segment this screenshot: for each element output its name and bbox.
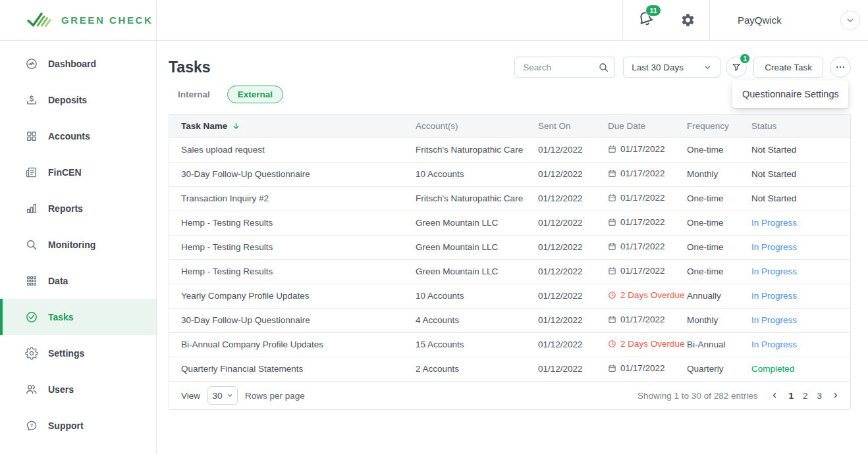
due-date: 01/17/2022 xyxy=(608,266,665,276)
gear-outline-icon xyxy=(25,347,38,360)
table-row[interactable]: Hemp - Testing ResultsGreen Mountain LLC… xyxy=(169,235,850,259)
table-row[interactable]: Yearly Company Profile Updates10 Account… xyxy=(169,284,850,308)
chevron-down-icon xyxy=(703,63,712,72)
page-number-1[interactable]: 1 xyxy=(788,391,794,401)
cell-sent-on: 01/12/2022 xyxy=(538,308,608,332)
cell-accounts: 10 Accounts xyxy=(416,162,538,186)
column-header-status[interactable]: Status xyxy=(751,114,850,138)
cell-status: In Progress xyxy=(751,211,850,235)
sidebar-item-fincen[interactable]: FinCEN xyxy=(0,154,156,190)
cell-accounts: Fritsch's Naturopathic Care xyxy=(416,138,538,162)
status-badge: In Progress xyxy=(751,218,797,228)
column-header-account-s-[interactable]: Account(s) xyxy=(416,114,538,138)
sidebar-item-support[interactable]: ?Support xyxy=(0,407,156,443)
date-range-select[interactable]: Last 30 Days xyxy=(623,57,720,78)
sidebar-item-label: FinCEN xyxy=(48,167,82,178)
calendar-icon xyxy=(608,242,616,251)
cell-due-date: 2 Days Overdue xyxy=(608,284,687,308)
cell-due-date: 2 Days Overdue xyxy=(608,332,687,357)
filter-count-badge: 1 xyxy=(740,53,750,64)
due-date: 01/17/2022 xyxy=(608,144,665,154)
create-task-button[interactable]: Create Task xyxy=(753,57,823,78)
sidebar-item-label: Deposits xyxy=(48,95,87,105)
next-page-button[interactable] xyxy=(832,391,840,399)
cell-due-date: 01/17/2022 xyxy=(608,186,687,211)
table-row[interactable]: Hemp - Testing ResultsGreen Mountain LLC… xyxy=(169,259,850,284)
page-number-3[interactable]: 3 xyxy=(817,391,822,401)
table-footer: View 30 Rows per page Showing 1 to 30 of… xyxy=(169,381,850,409)
table-row[interactable]: Transaction Inquiry #2Fritsch's Naturopa… xyxy=(169,186,850,211)
notifications-button[interactable]: 11 xyxy=(637,11,654,30)
status-badge: In Progress xyxy=(751,242,797,252)
gear-icon[interactable] xyxy=(680,13,695,28)
status-badge: In Progress xyxy=(751,266,797,276)
document-icon xyxy=(25,166,38,179)
sidebar-item-label: Dashboard xyxy=(48,59,96,69)
sidebar-item-monitoring[interactable]: Monitoring xyxy=(0,226,156,263)
cell-status: In Progress xyxy=(751,259,850,284)
sidebar-item-reports[interactable]: Reports xyxy=(0,190,156,226)
calendar-icon xyxy=(608,218,616,226)
cell-task-name: Hemp - Testing Results xyxy=(169,259,416,284)
cell-status: In Progress xyxy=(751,284,850,308)
page-title: Tasks xyxy=(169,59,211,76)
due-date-overdue: 2 Days Overdue xyxy=(608,339,685,349)
tab-external[interactable]: External xyxy=(227,86,283,103)
cell-due-date: 01/17/2022 xyxy=(608,357,687,381)
cell-status: In Progress xyxy=(751,308,850,332)
sidebar-item-users[interactable]: Users xyxy=(0,371,156,407)
table-row[interactable]: 30-Day Follow-Up Questionnaire4 Accounts… xyxy=(169,308,850,332)
funnel-icon xyxy=(731,62,742,73)
cell-accounts: Green Mountain LLC xyxy=(416,235,538,259)
table-header-row: Task NameAccount(s)Sent OnDue DateFreque… xyxy=(169,114,850,138)
due-date: 01/17/2022 xyxy=(608,315,665,324)
sidebar-nav: DashboardDepositsAccountsFinCENReportsMo… xyxy=(0,41,157,454)
table-row[interactable]: Hemp - Testing ResultsGreen Mountain LLC… xyxy=(169,211,850,235)
page-header: Tasks Last 30 Days 1 Create Task xyxy=(169,57,851,78)
account-name: PayQwick xyxy=(738,14,840,26)
sidebar-item-label: Reports xyxy=(48,203,83,214)
showing-entries-text: Showing 1 to 30 of 282 entries xyxy=(637,391,757,401)
sidebar-item-deposits[interactable]: Deposits xyxy=(0,82,156,118)
column-header-sent-on[interactable]: Sent On xyxy=(538,114,608,138)
due-date: 01/17/2022 xyxy=(608,168,665,178)
page-size-select[interactable]: 30 xyxy=(207,386,238,405)
cell-sent-on: 01/12/2022 xyxy=(538,235,608,259)
sidebar-item-label: Monitoring xyxy=(48,240,95,250)
account-switcher[interactable]: PayQwick xyxy=(709,0,868,40)
sidebar-item-tasks[interactable]: Tasks xyxy=(0,299,156,335)
topbar-spacer xyxy=(157,0,622,40)
cell-task-name: Bi-Annual Company Profile Updates xyxy=(169,332,416,357)
column-header-frequency[interactable]: Frequency xyxy=(687,114,751,138)
sidebar-item-accounts[interactable]: Accounts xyxy=(0,118,156,154)
sidebar-item-data[interactable]: Data xyxy=(0,263,156,299)
cell-accounts: 4 Accounts xyxy=(416,308,538,332)
clock-icon xyxy=(608,340,616,348)
sidebar-item-settings[interactable]: Settings xyxy=(0,335,156,371)
date-range-value: Last 30 Days xyxy=(632,63,684,72)
sidebar-item-label: Data xyxy=(48,276,68,286)
column-header-due-date[interactable]: Due Date xyxy=(608,114,687,138)
cell-status: Not Started xyxy=(751,138,850,162)
more-options-menu: Questionnaire Settings xyxy=(732,80,848,108)
brand-logo[interactable]: GREEN CHECK xyxy=(0,0,157,40)
chevron-left-icon xyxy=(771,391,778,399)
svg-text:?: ? xyxy=(30,422,34,428)
sidebar-item-dashboard[interactable]: Dashboard xyxy=(0,45,156,82)
main-content: Tasks Last 30 Days 1 Create Task xyxy=(157,41,868,454)
table-row[interactable]: Sales upload requestFritsch's Naturopath… xyxy=(169,138,850,162)
tab-internal[interactable]: Internal xyxy=(178,89,210,99)
prev-page-button[interactable] xyxy=(771,391,778,399)
calendar-icon xyxy=(608,145,616,153)
filter-button[interactable]: 1 xyxy=(726,57,747,78)
table-row[interactable]: Bi-Annual Company Profile Updates15 Acco… xyxy=(169,332,850,357)
column-header-task-name[interactable]: Task Name xyxy=(169,114,416,138)
account-menu-button[interactable] xyxy=(840,11,860,30)
page-number-2[interactable]: 2 xyxy=(803,391,808,401)
menu-item-questionnaire-settings[interactable]: Questionnaire Settings xyxy=(742,89,848,99)
table-row[interactable]: 30-Day Follow-Up Questionnaire10 Account… xyxy=(169,162,850,186)
cell-sent-on: 01/12/2022 xyxy=(538,357,608,381)
gauge-icon xyxy=(25,57,38,70)
more-options-button[interactable] xyxy=(830,57,851,78)
table-row[interactable]: Quarterly Financial Statements2 Accounts… xyxy=(169,357,850,381)
